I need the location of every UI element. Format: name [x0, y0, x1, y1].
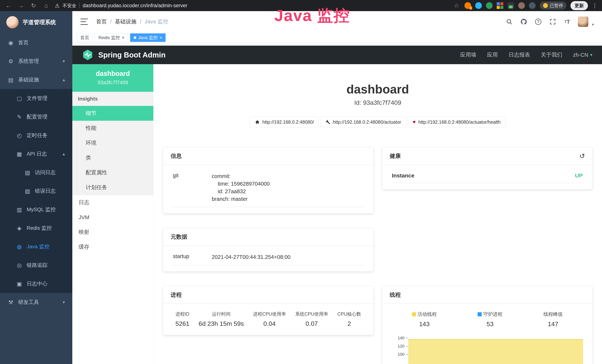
- redis-icon: ◈: [16, 225, 23, 231]
- app-logo[interactable]: 芋道管理系统: [0, 11, 72, 33]
- chevron-down-icon: ▾: [63, 300, 65, 305]
- infra-icon: ▤: [7, 76, 14, 83]
- wrench-icon: [325, 120, 330, 124]
- process-stats: 进程ID 5261 运行时间 6d 23h 15m 59s 进程CPU使用率: [171, 310, 366, 329]
- github-icon[interactable]: [520, 18, 527, 25]
- sidebar-item-home[interactable]: ◉ 首页: [0, 33, 72, 52]
- close-icon[interactable]: ×: [160, 35, 162, 40]
- tab-home[interactable]: 首页: [77, 33, 93, 42]
- home-icon[interactable]: ⌂: [42, 2, 50, 9]
- edit-icon: ✎: [16, 114, 23, 120]
- metadata-key: startup: [173, 253, 212, 259]
- chart-y-axis: 140 120 100: [390, 334, 408, 358]
- sba-item-environment[interactable]: 环境: [72, 136, 153, 150]
- browser-actions: ☆ 1 on 已暂停 更新 ⋮: [452, 1, 598, 10]
- sidebar-item-redis[interactable]: ◈ Redis 监控: [0, 219, 72, 237]
- health-url-button[interactable]: ♥ http://192.168.0.2:48080/actuator/heal…: [408, 117, 505, 127]
- timer-icon: ◴: [16, 132, 23, 139]
- sba-nav-about[interactable]: 关于我们: [541, 51, 562, 59]
- status-badge: UP: [575, 172, 583, 179]
- tab-java-monitor[interactable]: Java 监控 ×: [130, 33, 166, 42]
- back-icon[interactable]: ←: [4, 2, 12, 9]
- active-dot: [134, 36, 136, 39]
- sidebar-item-java[interactable]: ◍ Java 监控: [0, 237, 72, 256]
- update-button[interactable]: 更新: [570, 1, 588, 10]
- sba-item-mappings[interactable]: 映射: [72, 225, 153, 240]
- extension-puzzle-icon[interactable]: [529, 2, 536, 9]
- bookmark-star-icon[interactable]: ☆: [452, 2, 460, 9]
- service-url-button[interactable]: http://192.168.0.2:48080/: [250, 117, 319, 127]
- info-value: commit: time: 1596289704000 id: 27aa832 …: [212, 172, 364, 203]
- breadcrumb-infra[interactable]: 基础设施: [115, 18, 137, 25]
- sidebar-item-log-center[interactable]: ▣ 日志中心: [0, 274, 72, 293]
- sba-item-classes[interactable]: 类: [72, 150, 153, 165]
- health-instance-row: Instance UP: [390, 171, 584, 183]
- extension-grid-icon[interactable]: [497, 2, 503, 9]
- sidebar-item-files[interactable]: ▢ 文件管理: [0, 89, 72, 107]
- health-card-title: 健康: [390, 152, 401, 160]
- extension-misc-icon[interactable]: [518, 2, 525, 9]
- browser-menu-icon[interactable]: ⋮: [592, 2, 598, 9]
- sidebar-item-access-log[interactable]: ▧ 访问日志: [0, 163, 72, 182]
- search-icon[interactable]: [505, 18, 513, 25]
- sba-item-logs[interactable]: 日志: [72, 195, 153, 210]
- insights-group: Insights 细节 性能 环境 类 配置属性 计划任务: [72, 92, 153, 195]
- sba-nav-journal[interactable]: 日志报表: [509, 51, 530, 59]
- breadcrumb-home[interactable]: 首页: [96, 18, 107, 25]
- metadata-startup-row: startup 2021-04-27T00:44:31.254+08:00: [171, 252, 365, 265]
- sidebar-item-infra[interactable]: ▤ 基础设施 ▴: [0, 70, 72, 89]
- refresh-icon[interactable]: ↻: [30, 2, 37, 9]
- sidebar-item-trace[interactable]: ◎ 链路追踪: [0, 256, 72, 274]
- sba-item-caches[interactable]: 缓存: [72, 240, 153, 254]
- sidebar-item-mysql[interactable]: ▥ MySQL 监控: [0, 200, 72, 219]
- sba-item-details[interactable]: 细节: [72, 106, 153, 121]
- sba-nav-wallboard[interactable]: 应用墙: [460, 51, 476, 59]
- heart-icon: ♥: [413, 119, 416, 125]
- avatar[interactable]: [578, 17, 588, 27]
- threads-card-title: 线程: [390, 291, 401, 299]
- topbar-actions: ? TT ▾: [505, 17, 594, 27]
- stat-pid: 进程ID 5261: [175, 311, 190, 327]
- metadata-card-title: 元数据: [171, 233, 187, 241]
- page-subtitle: Id: 93a3fc7f7409: [153, 99, 602, 106]
- help-icon[interactable]: ?: [535, 18, 542, 25]
- sba-nav-applications[interactable]: 应用: [487, 51, 498, 59]
- address-bar[interactable]: ⚠ 不安全 dashboard.yudao.iocoder.cn/infra/a…: [55, 3, 187, 9]
- extension-switch-icon[interactable]: on: [507, 2, 514, 9]
- tags-view: 首页 Redis 监控 × Java 监控 ×: [72, 32, 602, 43]
- instance-name: dashboard: [76, 70, 150, 77]
- hamburger-icon[interactable]: [80, 19, 88, 25]
- paused-badge[interactable]: 已暂停: [540, 1, 566, 10]
- extension-drop-icon[interactable]: [475, 2, 482, 9]
- sidebar-item-system[interactable]: ⚙ 系统管理 ▾: [0, 52, 72, 70]
- sba-item-scheduled-tasks[interactable]: 计划任务: [72, 180, 153, 195]
- forward-icon[interactable]: →: [17, 2, 25, 9]
- sba-title[interactable]: Spring Boot Admin: [98, 51, 166, 59]
- file-icon: ▢: [16, 95, 23, 102]
- actuator-url-button[interactable]: http://192.168.0.2:48080/actuator: [320, 117, 406, 127]
- fullscreen-icon[interactable]: [549, 18, 556, 25]
- instance-links: http://192.168.0.2:48080/ http://192.168…: [153, 117, 602, 127]
- url-text[interactable]: dashboard.yudao.iocoder.cn/infra/admin-s…: [83, 3, 187, 9]
- tab-redis-monitor[interactable]: Redis 监控 ×: [95, 33, 128, 42]
- metadata-value: 2021-04-27T00:44:31.254+08:00: [212, 253, 364, 261]
- extension-green-icon[interactable]: [486, 2, 493, 9]
- sidebar-item-dev-tools[interactable]: ⚒ 研发工具 ▾: [0, 293, 72, 311]
- log-center-icon: ▣: [16, 280, 23, 287]
- history-icon[interactable]: ↺: [579, 153, 585, 160]
- sidebar-item-error-log[interactable]: ▨ 错误日志: [0, 182, 72, 200]
- font-size-icon[interactable]: TT: [563, 18, 571, 25]
- security-warning[interactable]: 不安全: [63, 3, 76, 9]
- sba-logo-icon[interactable]: [82, 49, 93, 61]
- legend-daemon-threads: 守护进程 53: [478, 311, 502, 328]
- sidebar-item-api-log[interactable]: ▦ API 日志 ▴: [0, 145, 72, 163]
- sidebar-item-jobs[interactable]: ◴ 定时任务: [0, 126, 72, 145]
- extension-orange-icon[interactable]: 1: [464, 2, 471, 9]
- sidebar-item-config[interactable]: ✎ 配置管理: [0, 107, 72, 126]
- sba-language-select[interactable]: zh-CN ▾: [573, 52, 592, 58]
- close-icon[interactable]: ×: [122, 35, 124, 40]
- legend-live-threads: 活动线程 143: [412, 311, 437, 328]
- sba-item-config-props[interactable]: 配置属性: [72, 165, 153, 180]
- sba-item-metrics[interactable]: 性能: [72, 121, 153, 136]
- sba-item-jvm[interactable]: JVM: [72, 210, 153, 225]
